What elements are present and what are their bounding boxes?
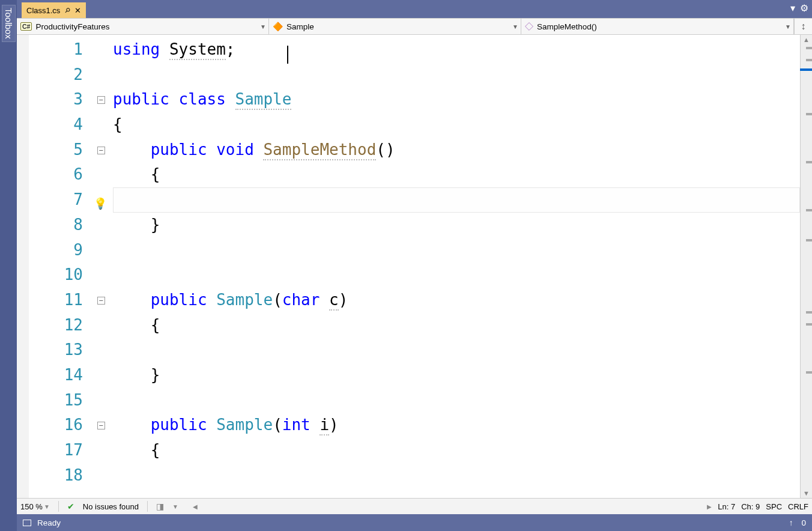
toolbox-panel[interactable]: Toolbox	[0, 0, 17, 531]
code-editor[interactable]: 1using System;23−public class Sample4{5−…	[29, 35, 800, 498]
col-indicator[interactable]: Ch: 9	[741, 502, 760, 511]
current-line-highlight	[113, 187, 800, 213]
editor-status-bar: 150 % ▼ ✔ No issues found ◨ ▼ ◀ ▶ Ln: 7 …	[17, 498, 812, 514]
collapse-icon[interactable]: −	[97, 297, 105, 305]
line-number: 17	[29, 438, 89, 463]
code-line[interactable]: 6 {	[29, 162, 788, 187]
split-editor-button[interactable]: ↕	[794, 19, 812, 34]
class-icon: 🔶	[273, 22, 283, 31]
code-text[interactable]: using System;	[113, 37, 788, 62]
code-text[interactable]: public class Sample	[113, 87, 788, 112]
overview-mark	[806, 113, 812, 115]
collapse-icon[interactable]: −	[97, 422, 105, 429]
code-line[interactable]: 5− public void SampleMethod()	[29, 138, 788, 163]
collapse-icon[interactable]: −	[97, 96, 105, 104]
code-line[interactable]: 17 {	[29, 438, 788, 463]
line-number: 2	[29, 62, 89, 88]
code-text[interactable]	[113, 338, 788, 363]
code-text[interactable]: public void SampleMethod()	[113, 138, 788, 163]
fold-gutter[interactable]: −	[89, 138, 113, 163]
code-line[interactable]: 15	[29, 388, 788, 413]
line-number: 1	[29, 37, 89, 62]
class-label: Sample	[286, 22, 314, 31]
overview-mark	[806, 161, 812, 163]
code-line[interactable]: 3−public class Sample	[29, 87, 788, 112]
line-number: 6	[29, 162, 89, 187]
fold-gutter[interactable]: −	[89, 87, 113, 112]
code-line[interactable]: 18	[29, 463, 788, 488]
line-number: 13	[29, 338, 89, 363]
line-number: 16	[29, 413, 89, 438]
code-line[interactable]: 1using System;	[29, 37, 788, 62]
code-line[interactable]: 13	[29, 338, 788, 363]
chevron-down-icon[interactable]: ▾	[790, 2, 795, 14]
overview-mark	[806, 209, 812, 211]
line-number: 9	[29, 238, 89, 263]
code-line[interactable]: 10	[29, 262, 788, 288]
publish-up-icon[interactable]: ↑	[789, 518, 793, 527]
code-text[interactable]: public Sample(char c)	[113, 288, 788, 313]
pin-icon[interactable]: ⚲	[63, 6, 72, 15]
chevron-down-icon[interactable]: ▼	[172, 503, 178, 510]
member-dropdown[interactable]: SampleMethod() ▼	[521, 19, 794, 34]
scroll-down-icon[interactable]: ▼	[803, 490, 810, 497]
code-text[interactable]: {	[113, 313, 788, 338]
code-line[interactable]: 12 {	[29, 313, 788, 338]
line-number: 11	[29, 288, 89, 313]
space-mode[interactable]: SPC	[766, 502, 782, 511]
zoom-dropdown[interactable]: 150 % ▼	[20, 502, 50, 511]
scroll-left-icon[interactable]: ◀	[193, 503, 198, 510]
zoom-value: 150 %	[20, 502, 43, 511]
lineending-mode[interactable]: CRLF	[788, 502, 808, 511]
code-text[interactable]	[113, 463, 788, 488]
line-number: 14	[29, 363, 89, 388]
window-icon[interactable]	[23, 520, 31, 526]
app-status-bar: Ready ↑ 0	[17, 514, 812, 531]
code-line[interactable]: 9	[29, 238, 788, 263]
line-number: 5	[29, 138, 89, 163]
line-indicator[interactable]: Ln: 7	[718, 502, 735, 511]
code-text[interactable]: {	[113, 112, 788, 138]
code-text[interactable]: }	[113, 213, 788, 238]
issues-text[interactable]: No issues found	[83, 502, 139, 511]
code-text[interactable]: public Sample(int i)	[113, 413, 788, 438]
code-line[interactable]: 2	[29, 62, 788, 88]
document-tab[interactable]: Class1.cs ⚲ ✕	[22, 2, 86, 18]
line-number: 18	[29, 463, 89, 488]
editor-row: 1using System;23−public class Sample4{5−…	[17, 35, 812, 498]
fold-gutter[interactable]: −	[89, 413, 113, 438]
line-number: 7	[29, 187, 89, 213]
overview-mark	[806, 239, 812, 241]
scroll-up-icon[interactable]: ▲	[803, 36, 810, 43]
document-tab-title: Class1.cs	[26, 6, 60, 15]
notification-count[interactable]: 0	[801, 518, 806, 527]
method-icon	[525, 22, 533, 31]
eraser-icon[interactable]: ◨	[156, 502, 164, 511]
scroll-right-icon[interactable]: ▶	[707, 503, 712, 510]
collapse-icon[interactable]: −	[97, 147, 105, 154]
code-line[interactable]: 14 }	[29, 363, 788, 388]
fold-gutter[interactable]: −	[89, 288, 113, 313]
scrollbar-overview[interactable]: ▲ ▼	[800, 35, 812, 498]
code-line[interactable]: 4{	[29, 112, 788, 138]
overview-mark	[806, 323, 812, 326]
code-line[interactable]: 16− public Sample(int i)	[29, 413, 788, 438]
class-dropdown[interactable]: 🔶 Sample ▼	[269, 19, 521, 34]
code-line[interactable]: 8 }	[29, 213, 788, 238]
caret-indicator	[800, 68, 812, 71]
code-text[interactable]: }	[113, 363, 788, 388]
close-icon[interactable]: ✕	[74, 6, 81, 15]
code-line[interactable]: 11− public Sample(char c)	[29, 288, 788, 313]
gear-icon[interactable]: ⚙	[800, 2, 808, 14]
ready-label: Ready	[37, 518, 61, 527]
code-text[interactable]: {	[113, 438, 788, 463]
namespace-dropdown[interactable]: C# ProductivityFeatures ▼	[17, 19, 269, 34]
chevron-down-icon: ▼	[260, 23, 266, 30]
lightbulb-icon[interactable]: 💡	[94, 191, 107, 216]
navigation-bar: C# ProductivityFeatures ▼ 🔶 Sample ▼ Sam…	[17, 18, 812, 35]
toolbox-tab-label[interactable]: Toolbox	[2, 5, 16, 42]
code-text[interactable]: {	[113, 162, 788, 187]
chevron-down-icon: ▼	[512, 23, 518, 30]
line-number: 12	[29, 313, 89, 338]
csharp-badge-icon: C#	[20, 22, 32, 31]
